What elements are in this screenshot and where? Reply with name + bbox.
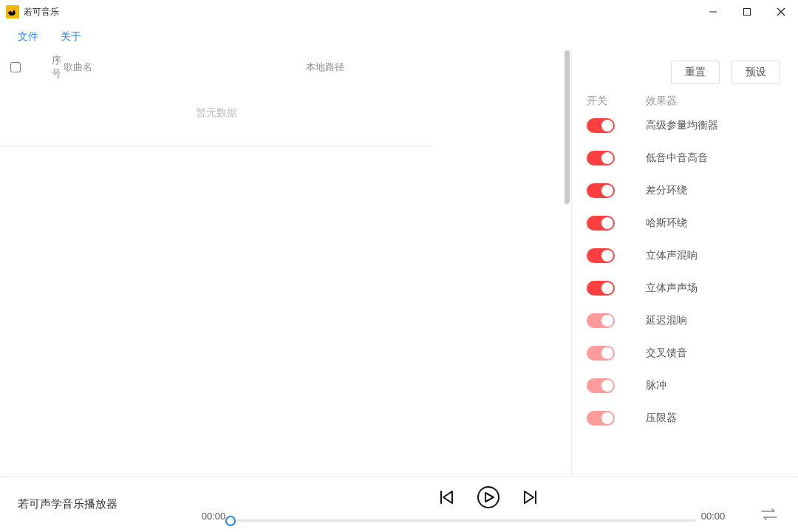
player-bar: 若可声学音乐播放器 00:00 00:00 bbox=[0, 476, 798, 532]
menu-file[interactable]: 文件 bbox=[18, 30, 38, 44]
effect-toggle[interactable] bbox=[587, 118, 615, 133]
reset-button[interactable]: 重置 bbox=[671, 61, 720, 84]
scrollbar-thumb[interactable] bbox=[565, 50, 570, 204]
effect-name[interactable]: 压限器 bbox=[646, 412, 780, 425]
player-title: 若可声学音乐播放器 bbox=[18, 497, 188, 511]
next-button[interactable] bbox=[519, 486, 542, 508]
title-bar: 若可音乐 bbox=[0, 0, 798, 24]
effect-row: 延迟混响 bbox=[587, 313, 780, 328]
effect-toggle[interactable] bbox=[587, 378, 615, 393]
maximize-button[interactable] bbox=[730, 0, 764, 24]
col-switch: 开关 bbox=[587, 95, 646, 108]
effect-row: 交叉馈音 bbox=[587, 346, 780, 361]
col-effect: 效果器 bbox=[646, 95, 780, 108]
effect-toggle[interactable] bbox=[587, 248, 615, 263]
effect-name[interactable]: 脉冲 bbox=[646, 379, 780, 392]
effect-toggle[interactable] bbox=[587, 151, 615, 166]
svg-marker-5 bbox=[443, 491, 452, 503]
effect-name[interactable]: 立体声声场 bbox=[646, 282, 780, 295]
progress-knob[interactable] bbox=[225, 516, 236, 526]
svg-rect-1 bbox=[744, 9, 751, 16]
effect-toggle[interactable] bbox=[587, 313, 615, 328]
col-name: 歌曲名 bbox=[64, 61, 211, 74]
effect-name[interactable]: 延迟混响 bbox=[646, 314, 780, 327]
effect-toggle[interactable] bbox=[587, 183, 615, 198]
effect-toggle[interactable] bbox=[587, 216, 615, 231]
effects-pane: 重置 预设 开关 效果器 高级参量均衡器低音中音高音差分环绕哈斯环绕立体声混响立… bbox=[572, 50, 798, 476]
effect-row: 哈斯环绕 bbox=[587, 216, 780, 231]
minimize-button[interactable] bbox=[696, 0, 730, 24]
effect-name[interactable]: 差分环绕 bbox=[646, 184, 780, 197]
effect-row: 立体声混响 bbox=[587, 248, 780, 263]
col-path: 本地路径 bbox=[211, 61, 433, 74]
playlist-pane: 序号 歌曲名 本地路径 暂无数据 bbox=[0, 50, 572, 476]
menu-about[interactable]: 关于 bbox=[61, 30, 81, 44]
effect-row: 差分环绕 bbox=[587, 183, 780, 198]
effect-toggle[interactable] bbox=[587, 411, 615, 426]
time-total: 00:00 bbox=[696, 511, 730, 522]
effect-row: 脉冲 bbox=[587, 378, 780, 393]
col-seq: 序号 bbox=[28, 54, 64, 81]
effect-name[interactable]: 哈斯环绕 bbox=[646, 216, 780, 230]
effect-row: 低音中音高音 bbox=[587, 151, 780, 166]
effect-toggle[interactable] bbox=[587, 346, 615, 361]
effect-row: 高级参量均衡器 bbox=[587, 118, 780, 133]
effect-name[interactable]: 交叉馈音 bbox=[646, 347, 780, 360]
app-icon bbox=[6, 5, 19, 18]
table-empty: 暂无数据 bbox=[0, 80, 433, 146]
effect-name[interactable]: 高级参量均衡器 bbox=[646, 119, 780, 132]
select-all-checkbox[interactable] bbox=[10, 62, 21, 72]
play-button[interactable] bbox=[475, 484, 502, 511]
effect-name[interactable]: 立体声混响 bbox=[646, 249, 780, 262]
prev-button[interactable] bbox=[435, 486, 457, 508]
preset-button[interactable]: 预设 bbox=[732, 61, 780, 84]
effect-row: 立体声声场 bbox=[587, 281, 780, 296]
app-title: 若可音乐 bbox=[24, 6, 59, 18]
effect-name[interactable]: 低音中音高音 bbox=[646, 151, 780, 165]
close-button[interactable] bbox=[764, 0, 798, 24]
effect-row: 压限器 bbox=[587, 411, 780, 426]
svg-point-6 bbox=[478, 487, 499, 508]
table-header: 序号 歌曲名 本地路径 bbox=[0, 50, 433, 80]
svg-marker-8 bbox=[525, 491, 533, 503]
progress-track[interactable] bbox=[231, 519, 696, 522]
effect-toggle[interactable] bbox=[587, 281, 615, 296]
svg-marker-7 bbox=[485, 493, 494, 502]
loop-button[interactable] bbox=[760, 507, 780, 522]
menu-bar: 文件 关于 bbox=[0, 24, 798, 50]
